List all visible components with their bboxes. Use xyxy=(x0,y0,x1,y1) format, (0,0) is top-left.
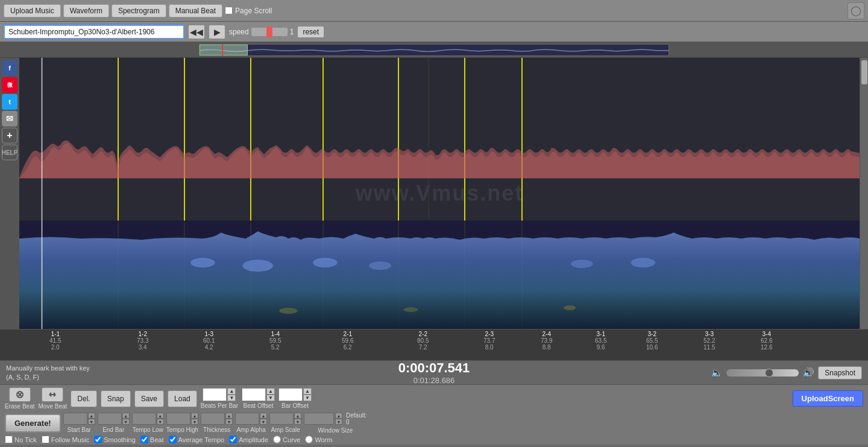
move-beat-button[interactable] xyxy=(42,387,63,402)
beat-label-1-3: 1-3 60.1 4.2 xyxy=(203,331,215,351)
file-name-input[interactable] xyxy=(4,25,184,39)
start-bar-up[interactable]: ▲ xyxy=(88,413,95,419)
thickness-input[interactable] xyxy=(201,413,225,425)
follow-music-checkbox[interactable] xyxy=(42,436,49,443)
tempo-high-down[interactable]: ▼ xyxy=(191,419,198,425)
no-tick-checkbox[interactable] xyxy=(5,436,13,443)
bar-offset-up[interactable]: ▲ xyxy=(303,388,312,395)
help-button[interactable]: HELP xyxy=(2,145,17,160)
settings-icon[interactable]: ◯ xyxy=(848,2,864,19)
twitter-button[interactable]: t xyxy=(2,94,17,110)
volume-area: 🔈 🔊 Snapshot xyxy=(711,366,862,380)
upload-music-button[interactable]: Upload Music xyxy=(4,4,61,17)
amp-scale-up[interactable]: ▲ xyxy=(294,413,301,419)
bar-offset-label: Bar Offset xyxy=(281,402,309,409)
start-bar-input[interactable] xyxy=(63,413,87,425)
amplitude-checkbox-label[interactable]: Amplitude xyxy=(229,436,268,443)
waveform-overview xyxy=(0,42,868,58)
smoothing-checkbox-label[interactable]: Smoothing xyxy=(94,436,136,443)
mail-button[interactable]: ✉ xyxy=(2,111,17,127)
overview-track[interactable] xyxy=(199,44,669,56)
default-label: Default: xyxy=(346,412,366,419)
weibo-button[interactable]: 微 xyxy=(2,77,17,93)
scrollbar-thumb[interactable] xyxy=(861,60,867,84)
waveform-display[interactable]: www.Vmus.net xyxy=(19,58,860,329)
thickness-up[interactable]: ▲ xyxy=(225,413,233,419)
start-bar-label: Start Bar xyxy=(67,427,90,433)
beat-label-2-3: 2-3 73.7 8.0 xyxy=(483,331,495,351)
beat-checkbox-label[interactable]: Beat xyxy=(140,436,164,443)
tempo-low-input[interactable] xyxy=(132,413,156,425)
main-area: f 微 t ✉ + HELP www.Vmus.net xyxy=(0,58,868,329)
facebook-button[interactable]: f xyxy=(2,60,17,76)
move-beat-label: Move Beat xyxy=(38,403,67,410)
no-tick-checkbox-label[interactable]: No Tick xyxy=(5,436,37,443)
beat-offset-input[interactable]: 0 xyxy=(242,388,266,401)
bar-offset-input[interactable]: 0 xyxy=(278,388,303,401)
amp-scale-down[interactable]: ▼ xyxy=(294,419,301,425)
amp-scale-label: Amp Scale xyxy=(271,427,300,433)
curve-radio[interactable] xyxy=(273,436,281,443)
svg-point-9 xyxy=(403,307,418,312)
end-bar-down[interactable]: ▼ xyxy=(122,419,130,425)
beat-offset-up[interactable]: ▲ xyxy=(266,388,275,395)
rewind-button[interactable]: ◀◀ xyxy=(188,25,205,39)
erase-beat-button[interactable] xyxy=(9,387,31,402)
worm-radio-label[interactable]: Worm xyxy=(305,436,332,443)
speed-slider[interactable] xyxy=(251,28,288,36)
window-size-down[interactable]: ▼ xyxy=(335,419,342,425)
default-value: 0 xyxy=(346,419,350,425)
load-button[interactable]: Load xyxy=(168,390,197,407)
del-button[interactable]: Del. xyxy=(71,390,96,407)
beat-label-1-2: 1-2 73.3 3.4 xyxy=(137,331,148,351)
beat-offset-group: 0 ▲ ▼ xyxy=(242,388,275,401)
follow-music-checkbox-label[interactable]: Follow Music xyxy=(42,436,90,443)
add-button[interactable]: + xyxy=(2,128,17,143)
spectrogram-button[interactable]: Spectrogram xyxy=(112,4,166,17)
amp-alpha-up[interactable]: ▲ xyxy=(260,413,267,419)
amp-alpha-down[interactable]: ▼ xyxy=(260,419,267,425)
vertical-scrollbar[interactable] xyxy=(860,58,868,329)
manual-beat-button[interactable]: Manual Beat xyxy=(169,4,222,17)
smoothing-label: Smoothing xyxy=(104,436,136,443)
snap-button[interactable]: Snap xyxy=(101,390,131,407)
average-tempo-checkbox-label[interactable]: Average Tempo xyxy=(169,436,225,443)
beats-per-bar-input[interactable]: 4 xyxy=(203,388,227,401)
volume-icon-right: 🔊 xyxy=(802,367,814,379)
snapshot-button[interactable]: Snapshot xyxy=(818,366,862,380)
overview-selection[interactable] xyxy=(200,45,248,55)
thickness-down[interactable]: ▼ xyxy=(225,419,233,425)
beats-per-bar-down[interactable]: ▼ xyxy=(227,395,236,401)
reset-button[interactable]: reset xyxy=(297,26,324,38)
tempo-high-input[interactable] xyxy=(166,413,190,425)
start-bar-down[interactable]: ▼ xyxy=(88,419,95,425)
upload-screen-button[interactable]: UploadScreen xyxy=(793,390,863,407)
tempo-low-down[interactable]: ▼ xyxy=(157,419,164,425)
worm-radio[interactable] xyxy=(305,436,313,443)
tempo-low-up[interactable]: ▲ xyxy=(157,413,164,419)
bar-offset-down[interactable]: ▼ xyxy=(303,395,312,401)
volume-slider[interactable] xyxy=(726,369,799,377)
window-size-up[interactable]: ▲ xyxy=(335,413,342,419)
amplitude-checkbox[interactable] xyxy=(229,436,237,443)
amp-scale-input[interactable] xyxy=(269,413,294,425)
average-tempo-checkbox[interactable] xyxy=(169,436,177,443)
end-bar-up[interactable]: ▲ xyxy=(122,413,130,419)
generate-button[interactable]: Generate! xyxy=(5,414,61,433)
beats-per-bar-up[interactable]: ▲ xyxy=(227,388,236,395)
beat-checkbox[interactable] xyxy=(140,436,148,443)
window-size-input[interactable] xyxy=(304,413,334,425)
tempo-high-up[interactable]: ▲ xyxy=(191,413,198,419)
end-bar-input[interactable] xyxy=(98,413,122,425)
amp-alpha-input[interactable] xyxy=(235,413,259,425)
tempo-low-group: ▲ ▼ Tempo Low xyxy=(132,413,164,433)
beat-offset-down[interactable]: ▼ xyxy=(266,395,275,401)
amp-alpha-group: ▲ ▼ Amp Alpha xyxy=(235,413,267,433)
save-button[interactable]: Save xyxy=(134,390,164,407)
tempo-high-group: ▲ ▼ Tempo High xyxy=(166,413,198,433)
page-scroll-checkbox[interactable] xyxy=(225,7,233,14)
smoothing-checkbox[interactable] xyxy=(94,436,102,443)
curve-radio-label[interactable]: Curve xyxy=(273,436,300,443)
waveform-button[interactable]: Waveform xyxy=(63,4,109,17)
play-button[interactable]: ▶ xyxy=(209,25,225,39)
